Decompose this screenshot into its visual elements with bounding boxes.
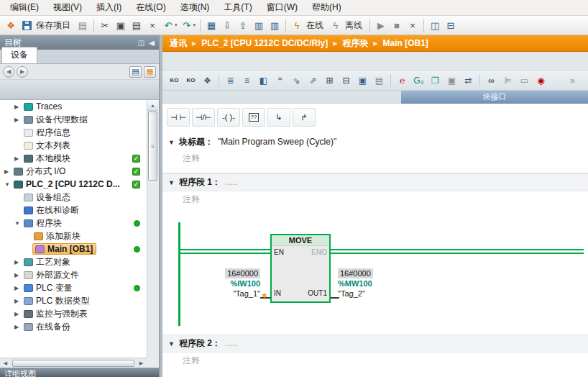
refresh-values-icon[interactable]: ⇄ bbox=[461, 73, 476, 88]
menu-online[interactable]: 在线(O) bbox=[129, 0, 173, 16]
tree-item-text-lists[interactable]: 文本列表 bbox=[0, 139, 147, 152]
comment-toggle-icon[interactable]: ❝ bbox=[272, 73, 288, 88]
insert-block-icon[interactable]: ▣ bbox=[355, 73, 370, 88]
network-1-comment[interactable]: 注释 bbox=[162, 191, 588, 208]
block-comment[interactable]: 注释 bbox=[162, 150, 588, 167]
menu-options[interactable]: 选项(N) bbox=[173, 0, 217, 16]
breakpoint-icon[interactable]: ◉ bbox=[533, 73, 548, 88]
close-branch-button[interactable]: ↱ bbox=[293, 108, 316, 127]
expand-icon[interactable]: ▶ bbox=[14, 272, 22, 278]
operand-address[interactable]: %MW100 bbox=[338, 278, 372, 289]
snapshot-copy-icon[interactable]: ❐ bbox=[428, 73, 443, 88]
delete-icon[interactable]: × bbox=[145, 18, 160, 32]
filter-icon[interactable]: ▦ bbox=[144, 66, 156, 78]
expand-icon[interactable]: ▼ bbox=[4, 181, 12, 188]
network-2-title-placeholder[interactable]: ..... bbox=[225, 338, 237, 348]
favorites-icon[interactable]: ❖ bbox=[200, 73, 215, 88]
menu-window[interactable]: 窗口(W) bbox=[259, 0, 305, 16]
operand-tag[interactable]: "Tag_2" bbox=[338, 289, 365, 299]
tree-item-watch-force-tables[interactable]: ▶ 监控与强制表 bbox=[0, 307, 147, 320]
forward-icon[interactable]: ▶ bbox=[17, 66, 28, 78]
split-vertical-icon[interactable]: ⊟ bbox=[444, 18, 458, 32]
breadcrumb-project[interactable]: 通讯 bbox=[170, 37, 187, 50]
go-online-label[interactable]: 在线 bbox=[306, 19, 323, 32]
snapshot-apply-icon[interactable]: ▣ bbox=[444, 73, 459, 88]
toolbar-overflow-icon[interactable]: » bbox=[565, 73, 580, 88]
scrollbar-thumb[interactable] bbox=[12, 360, 134, 367]
save-project-label[interactable]: 保存项目 bbox=[36, 19, 70, 32]
tree-item-traces[interactable]: ▶ Traces bbox=[0, 100, 147, 113]
split-horizontal-icon[interactable]: ◫ bbox=[428, 18, 442, 32]
goto-next-usage-icon[interactable]: KO bbox=[183, 73, 198, 88]
paste-icon[interactable]: ▤ bbox=[129, 18, 144, 32]
cross-reference-icon[interactable]: × bbox=[405, 18, 420, 32]
go-offline-label[interactable]: 离线 bbox=[345, 19, 362, 32]
copy-icon[interactable]: ▣ bbox=[114, 18, 128, 32]
scrollbar-thumb[interactable]: ≡ bbox=[148, 112, 157, 181]
print-icon[interactable]: ▤ bbox=[75, 18, 90, 32]
tree-item-device-proxy-data[interactable]: ▶ 设备代理数据 bbox=[0, 113, 147, 126]
device-icon[interactable]: ▥ bbox=[267, 18, 282, 32]
insert-network-icon[interactable]: ⊞ bbox=[322, 73, 337, 88]
expand-icon[interactable]: ▶ bbox=[14, 285, 22, 291]
settings-icon[interactable]: ▭ bbox=[517, 73, 532, 88]
scroll-right-icon[interactable]: ▶ bbox=[136, 358, 147, 368]
output-operand[interactable]: 16#0000 %MW100 "Tag_2" bbox=[338, 268, 373, 299]
operand-address[interactable]: %IW100 bbox=[230, 278, 260, 289]
network-2-comment[interactable]: 注释 bbox=[162, 353, 588, 369]
collapse-all-networks-icon[interactable]: ≡ bbox=[239, 73, 254, 88]
download-to-device-icon[interactable]: ⇩ bbox=[220, 18, 234, 32]
expand-icon[interactable]: ▶ bbox=[14, 104, 22, 110]
coil-button[interactable]: -( )- bbox=[217, 108, 240, 127]
expand-icon[interactable]: ▶ bbox=[14, 298, 22, 304]
expand-icon[interactable]: ▶ bbox=[14, 311, 22, 317]
empty-box-button[interactable]: ?? bbox=[242, 108, 265, 127]
scroll-left-icon[interactable]: ◀ bbox=[0, 358, 11, 368]
undo-dropdown-icon[interactable]: ▾ bbox=[175, 22, 178, 28]
block-interface-bar[interactable]: 块接口 bbox=[401, 91, 588, 104]
back-icon[interactable]: ◀ bbox=[3, 66, 14, 78]
tree-item-online-diagnostics[interactable]: 在线和诊断 bbox=[0, 204, 147, 217]
tree-item-plc2[interactable]: ▼ PLC_2 [CPU 1212C D... ✓ bbox=[0, 178, 147, 191]
tree-item-plc-tags[interactable]: ▶ PLC 变量 bbox=[0, 281, 147, 294]
expand-icon[interactable]: ▶ bbox=[14, 117, 22, 123]
goto-prev-usage-icon[interactable]: KO bbox=[167, 73, 182, 88]
tree-item-online-backups[interactable]: ▶ 在线备份 bbox=[0, 320, 147, 333]
download-to-device-icon[interactable]: ⇘ bbox=[289, 73, 304, 88]
tree-item-add-new-block[interactable]: 添加新块 bbox=[0, 230, 147, 242]
menu-tools[interactable]: 工具(T) bbox=[216, 0, 259, 16]
tree-item-main-ob1[interactable]: Main [OB1] bbox=[0, 242, 147, 255]
start-cpu-icon[interactable]: ▶ bbox=[374, 18, 388, 32]
menu-insert[interactable]: 插入(I) bbox=[89, 0, 129, 16]
new-project-icon[interactable]: ❖ bbox=[4, 18, 18, 32]
device-icon[interactable]: ▥ bbox=[252, 18, 266, 32]
tree-item-distributed-io[interactable]: ▶ 分布式 I/O ✓ bbox=[0, 165, 147, 178]
call-environment-icon[interactable]: ℮ bbox=[395, 73, 410, 88]
menu-view[interactable]: 视图(V) bbox=[46, 0, 89, 16]
list-view-icon[interactable]: ▤ bbox=[129, 66, 142, 78]
expand-icon[interactable]: ▶ bbox=[14, 324, 22, 330]
tree-item-plc-data-types[interactable]: ▶ PLC 数据类型 bbox=[0, 294, 147, 307]
tree-item-technology-objects[interactable]: ▶ 工艺对象 bbox=[0, 255, 147, 268]
expand-icon[interactable]: ▼ bbox=[14, 220, 22, 227]
monitoring-glasses-icon[interactable]: ∞ bbox=[484, 73, 499, 88]
tree-item-program-info[interactable]: 程序信息 bbox=[0, 126, 147, 139]
tab-devices[interactable]: 设备 bbox=[1, 47, 37, 63]
scroll-up-icon[interactable]: ▲ bbox=[147, 100, 158, 111]
tree-item-device-configuration[interactable]: 设备组态 bbox=[0, 191, 147, 204]
redo-dropdown-icon[interactable]: ▾ bbox=[193, 22, 196, 28]
tree-item-local-modules[interactable]: ▶ 本地模块 ✓ bbox=[0, 152, 147, 165]
open-branch-button[interactable]: ↳ bbox=[267, 108, 290, 127]
breadcrumb-main-ob1[interactable]: Main [OB1] bbox=[383, 38, 428, 48]
tree-horizontal-scrollbar[interactable]: ◀ ▶ bbox=[0, 358, 147, 368]
move-block[interactable]: MOVE EN ENO IN OUT1 bbox=[270, 234, 331, 303]
block-title-value[interactable]: "Main Program Sweep (Cycle)" bbox=[218, 137, 336, 147]
stop-cpu-icon[interactable]: ■ bbox=[390, 18, 404, 32]
compile-icon[interactable]: ▦ bbox=[204, 18, 219, 32]
save-project-icon[interactable] bbox=[19, 18, 34, 32]
cut-icon[interactable]: ✂ bbox=[98, 18, 112, 32]
menu-edit[interactable]: 编辑(E) bbox=[3, 0, 46, 16]
network-1-header[interactable]: ▼ 程序段 1： ..... bbox=[162, 173, 588, 191]
detail-view-bar[interactable]: 详细视图 bbox=[0, 368, 159, 377]
tree-vertical-scrollbar[interactable]: ▲ ≡ bbox=[147, 100, 158, 358]
